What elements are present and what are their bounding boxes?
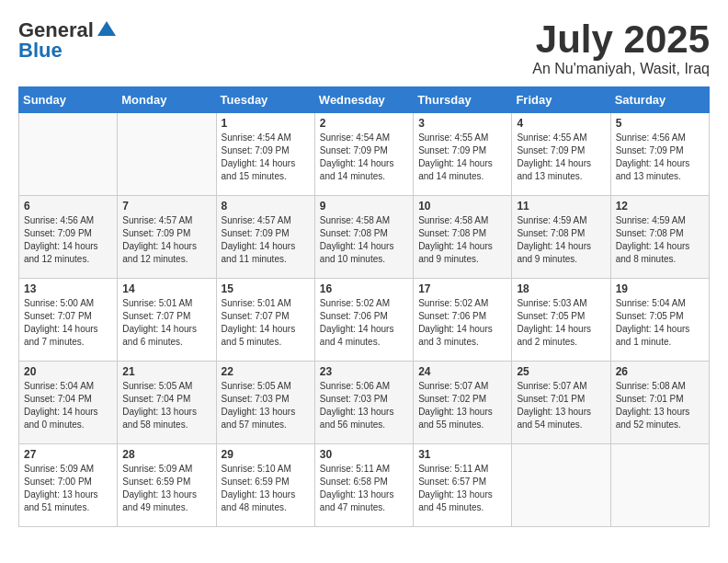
day-info: Sunrise: 4:56 AM Sunset: 7:09 PM Dayligh… bbox=[24, 214, 112, 266]
svg-marker-0 bbox=[97, 21, 116, 36]
day-info: Sunrise: 5:02 AM Sunset: 7:06 PM Dayligh… bbox=[320, 297, 408, 349]
calendar-header-row: SundayMondayTuesdayWednesdayThursdayFrid… bbox=[19, 87, 710, 113]
page-header: General Blue July 2025 An Nu'maniyah, Wa… bbox=[18, 18, 710, 77]
calendar-week-row: 6Sunrise: 4:56 AM Sunset: 7:09 PM Daylig… bbox=[19, 196, 710, 279]
day-info: Sunrise: 5:05 AM Sunset: 7:03 PM Dayligh… bbox=[222, 380, 310, 431]
day-info: Sunrise: 5:11 AM Sunset: 6:57 PM Dayligh… bbox=[418, 463, 506, 514]
day-number: 27 bbox=[24, 448, 112, 461]
calendar-cell: 16Sunrise: 5:02 AM Sunset: 7:06 PM Dayli… bbox=[314, 279, 413, 362]
calendar-week-row: 27Sunrise: 5:09 AM Sunset: 7:00 PM Dayli… bbox=[19, 444, 710, 527]
calendar-cell: 21Sunrise: 5:05 AM Sunset: 7:04 PM Dayli… bbox=[118, 362, 216, 444]
day-info: Sunrise: 5:09 AM Sunset: 6:59 PM Dayligh… bbox=[122, 463, 210, 514]
day-number: 5 bbox=[616, 117, 704, 130]
day-number: 25 bbox=[517, 365, 605, 378]
day-info: Sunrise: 4:55 AM Sunset: 7:09 PM Dayligh… bbox=[517, 132, 605, 183]
day-info: Sunrise: 5:10 AM Sunset: 6:59 PM Dayligh… bbox=[222, 463, 310, 514]
calendar-cell: 14Sunrise: 5:01 AM Sunset: 7:07 PM Dayli… bbox=[118, 279, 216, 362]
calendar-cell: 26Sunrise: 5:08 AM Sunset: 7:01 PM Dayli… bbox=[610, 362, 709, 444]
calendar-cell bbox=[118, 113, 216, 196]
day-number: 29 bbox=[222, 448, 310, 461]
day-number: 20 bbox=[24, 365, 112, 378]
day-number: 23 bbox=[320, 365, 408, 378]
calendar-cell bbox=[19, 113, 118, 196]
day-info: Sunrise: 5:01 AM Sunset: 7:07 PM Dayligh… bbox=[122, 297, 210, 349]
calendar-week-row: 1Sunrise: 4:54 AM Sunset: 7:09 PM Daylig… bbox=[19, 113, 710, 196]
calendar-cell: 13Sunrise: 5:00 AM Sunset: 7:07 PM Dayli… bbox=[19, 279, 118, 362]
calendar-cell: 30Sunrise: 5:11 AM Sunset: 6:58 PM Dayli… bbox=[314, 444, 413, 527]
day-info: Sunrise: 5:07 AM Sunset: 7:02 PM Dayligh… bbox=[418, 380, 506, 431]
day-number: 2 bbox=[320, 117, 408, 130]
day-number: 22 bbox=[222, 365, 310, 378]
weekday-header: Saturday bbox=[610, 87, 709, 113]
calendar-cell: 3Sunrise: 4:55 AM Sunset: 7:09 PM Daylig… bbox=[414, 113, 512, 196]
day-number: 17 bbox=[418, 282, 506, 295]
day-number: 19 bbox=[616, 282, 704, 295]
day-number: 10 bbox=[418, 200, 506, 213]
day-info: Sunrise: 4:54 AM Sunset: 7:09 PM Dayligh… bbox=[320, 132, 408, 183]
day-info: Sunrise: 5:01 AM Sunset: 7:07 PM Dayligh… bbox=[222, 297, 310, 349]
logo-blue-text: Blue bbox=[18, 39, 63, 63]
weekday-header: Tuesday bbox=[216, 87, 314, 113]
weekday-header: Sunday bbox=[19, 87, 118, 113]
day-number: 15 bbox=[222, 282, 310, 295]
day-info: Sunrise: 4:54 AM Sunset: 7:09 PM Dayligh… bbox=[222, 132, 310, 183]
day-info: Sunrise: 5:06 AM Sunset: 7:03 PM Dayligh… bbox=[320, 380, 408, 431]
day-info: Sunrise: 4:57 AM Sunset: 7:09 PM Dayligh… bbox=[222, 214, 310, 266]
day-number: 1 bbox=[222, 117, 310, 130]
calendar-cell: 9Sunrise: 4:58 AM Sunset: 7:08 PM Daylig… bbox=[314, 196, 413, 279]
day-number: 14 bbox=[122, 282, 210, 295]
calendar-cell: 23Sunrise: 5:06 AM Sunset: 7:03 PM Dayli… bbox=[314, 362, 413, 444]
weekday-header: Friday bbox=[512, 87, 610, 113]
day-info: Sunrise: 4:56 AM Sunset: 7:09 PM Dayligh… bbox=[616, 132, 704, 183]
day-number: 12 bbox=[616, 200, 704, 213]
day-number: 18 bbox=[517, 282, 605, 295]
calendar-cell: 24Sunrise: 5:07 AM Sunset: 7:02 PM Dayli… bbox=[414, 362, 512, 444]
day-info: Sunrise: 4:59 AM Sunset: 7:08 PM Dayligh… bbox=[517, 214, 605, 266]
weekday-header: Thursday bbox=[414, 87, 512, 113]
calendar-cell: 31Sunrise: 5:11 AM Sunset: 6:57 PM Dayli… bbox=[414, 444, 512, 527]
weekday-header: Wednesday bbox=[314, 87, 413, 113]
calendar-cell: 20Sunrise: 5:04 AM Sunset: 7:04 PM Dayli… bbox=[19, 362, 118, 444]
calendar-cell: 8Sunrise: 4:57 AM Sunset: 7:09 PM Daylig… bbox=[216, 196, 314, 279]
day-info: Sunrise: 5:08 AM Sunset: 7:01 PM Dayligh… bbox=[616, 380, 704, 431]
day-info: Sunrise: 4:59 AM Sunset: 7:08 PM Dayligh… bbox=[616, 214, 704, 266]
calendar-cell: 29Sunrise: 5:10 AM Sunset: 6:59 PM Dayli… bbox=[216, 444, 314, 527]
calendar-cell: 4Sunrise: 4:55 AM Sunset: 7:09 PM Daylig… bbox=[512, 113, 610, 196]
day-number: 8 bbox=[222, 200, 310, 213]
calendar-cell: 27Sunrise: 5:09 AM Sunset: 7:00 PM Dayli… bbox=[19, 444, 118, 527]
day-number: 7 bbox=[122, 200, 210, 213]
calendar-cell: 6Sunrise: 4:56 AM Sunset: 7:09 PM Daylig… bbox=[19, 196, 118, 279]
logo: General Blue bbox=[18, 18, 118, 63]
calendar-cell bbox=[512, 444, 610, 527]
calendar-cell: 11Sunrise: 4:59 AM Sunset: 7:08 PM Dayli… bbox=[512, 196, 610, 279]
calendar-cell: 15Sunrise: 5:01 AM Sunset: 7:07 PM Dayli… bbox=[216, 279, 314, 362]
day-number: 13 bbox=[24, 282, 112, 295]
calendar-cell bbox=[610, 444, 709, 527]
day-number: 4 bbox=[517, 117, 605, 130]
calendar-cell: 22Sunrise: 5:05 AM Sunset: 7:03 PM Dayli… bbox=[216, 362, 314, 444]
calendar-cell: 25Sunrise: 5:07 AM Sunset: 7:01 PM Dayli… bbox=[512, 362, 610, 444]
calendar-cell: 17Sunrise: 5:02 AM Sunset: 7:06 PM Dayli… bbox=[414, 279, 512, 362]
day-info: Sunrise: 4:58 AM Sunset: 7:08 PM Dayligh… bbox=[320, 214, 408, 266]
day-number: 31 bbox=[418, 448, 506, 461]
day-info: Sunrise: 5:03 AM Sunset: 7:05 PM Dayligh… bbox=[517, 297, 605, 349]
calendar-cell: 7Sunrise: 4:57 AM Sunset: 7:09 PM Daylig… bbox=[118, 196, 216, 279]
calendar-table: SundayMondayTuesdayWednesdayThursdayFrid… bbox=[18, 86, 710, 527]
day-number: 3 bbox=[418, 117, 506, 130]
day-info: Sunrise: 5:07 AM Sunset: 7:01 PM Dayligh… bbox=[517, 380, 605, 431]
calendar-cell: 1Sunrise: 4:54 AM Sunset: 7:09 PM Daylig… bbox=[216, 113, 314, 196]
title-block: July 2025 An Nu'maniyah, Wasit, Iraq bbox=[532, 18, 710, 77]
day-number: 26 bbox=[616, 365, 704, 378]
day-info: Sunrise: 4:58 AM Sunset: 7:08 PM Dayligh… bbox=[418, 214, 506, 266]
day-info: Sunrise: 5:02 AM Sunset: 7:06 PM Dayligh… bbox=[418, 297, 506, 349]
calendar-cell: 2Sunrise: 4:54 AM Sunset: 7:09 PM Daylig… bbox=[314, 113, 413, 196]
day-number: 6 bbox=[24, 200, 112, 213]
day-number: 21 bbox=[122, 365, 210, 378]
day-number: 16 bbox=[320, 282, 408, 295]
calendar-cell: 18Sunrise: 5:03 AM Sunset: 7:05 PM Dayli… bbox=[512, 279, 610, 362]
calendar-cell: 12Sunrise: 4:59 AM Sunset: 7:08 PM Dayli… bbox=[610, 196, 709, 279]
calendar-cell: 28Sunrise: 5:09 AM Sunset: 6:59 PM Dayli… bbox=[118, 444, 216, 527]
location-title: An Nu'maniyah, Wasit, Iraq bbox=[532, 61, 710, 77]
day-info: Sunrise: 5:09 AM Sunset: 7:00 PM Dayligh… bbox=[24, 463, 112, 514]
day-info: Sunrise: 5:04 AM Sunset: 7:04 PM Dayligh… bbox=[24, 380, 112, 431]
